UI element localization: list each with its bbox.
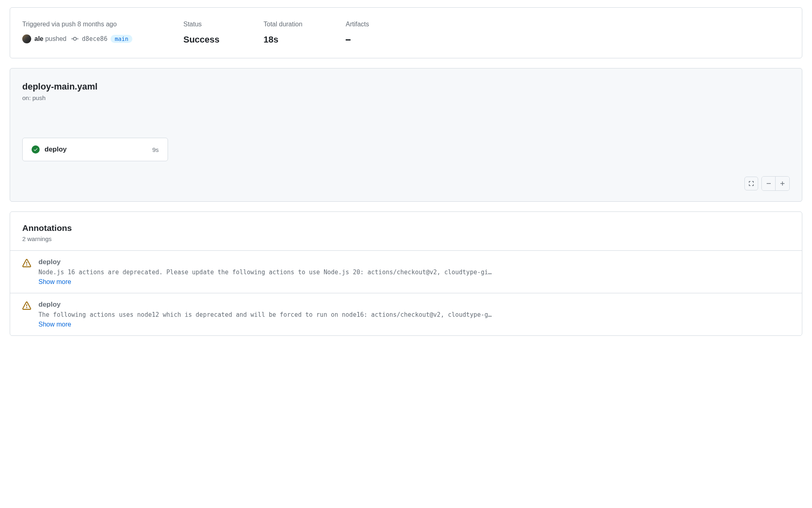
annotation-message: The following actions uses node12 which …	[38, 311, 790, 318]
zoom-controls	[744, 176, 790, 191]
status-column: Status Success	[183, 21, 252, 45]
status-label: Status	[183, 21, 252, 28]
workflow-title: deploy-main.yaml	[22, 81, 790, 92]
action-verb: pushed	[45, 35, 67, 42]
job-name: deploy	[45, 145, 147, 154]
annotation-message: Node.js 16 actions are deprecated. Pleas…	[38, 269, 790, 276]
warning-icon	[22, 301, 31, 310]
branch-badge[interactable]: main	[111, 35, 132, 43]
annotation-title: deploy	[38, 301, 790, 309]
run-summary-card: Triggered via push 8 months ago ale push…	[10, 7, 802, 58]
annotations-header: Annotations 2 warnings	[10, 212, 802, 250]
commit-sha[interactable]: d8ece86	[82, 35, 107, 43]
annotations-card: Annotations 2 warnings deploy Node.js 16…	[10, 211, 802, 336]
warning-icon	[22, 259, 31, 268]
zoom-in-button[interactable]	[776, 177, 789, 190]
duration-column: Total duration 18s	[264, 21, 334, 45]
commit-icon	[71, 35, 79, 43]
actor-name[interactable]: ale	[34, 35, 43, 42]
trigger-column: Triggered via push 8 months ago ale push…	[22, 21, 172, 45]
trigger-row: ale pushed d8ece86 main	[22, 34, 172, 43]
job-duration: 9s	[152, 146, 159, 153]
workflow-graph-card: deploy-main.yaml on: push deploy 9s	[10, 68, 802, 202]
artifacts-label: Artifacts	[346, 21, 402, 28]
annotations-title: Annotations	[22, 223, 790, 233]
artifacts-value	[346, 34, 402, 41]
annotation-item[interactable]: deploy Node.js 16 actions are deprecated…	[10, 250, 802, 293]
duration-value[interactable]: 18s	[264, 34, 334, 45]
show-more-button[interactable]: Show more	[38, 278, 71, 286]
avatar[interactable]	[22, 34, 31, 43]
annotation-title: deploy	[38, 258, 790, 266]
workflow-subtitle: on: push	[22, 94, 790, 101]
trigger-label: Triggered via push 8 months ago	[22, 21, 172, 28]
job-node-deploy[interactable]: deploy 9s	[22, 138, 168, 161]
status-value: Success	[183, 34, 252, 45]
annotations-subtitle: 2 warnings	[22, 235, 790, 242]
zoom-out-button[interactable]	[762, 177, 776, 190]
fullscreen-button[interactable]	[744, 177, 758, 190]
show-more-button[interactable]: Show more	[38, 321, 71, 328]
artifacts-column: Artifacts	[346, 21, 402, 45]
success-check-icon	[32, 145, 40, 154]
annotation-item[interactable]: deploy The following actions uses node12…	[10, 293, 802, 335]
duration-label: Total duration	[264, 21, 334, 28]
